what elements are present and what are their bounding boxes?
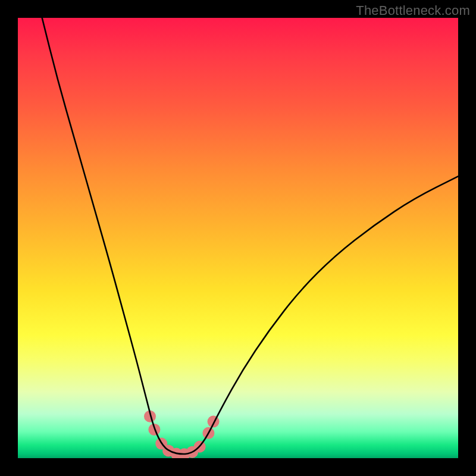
curve-marker <box>208 416 220 428</box>
watermark-label: TheBottleneck.com <box>356 3 470 18</box>
bottleneck-curve <box>42 18 458 454</box>
chart-frame: TheBottleneck.com <box>0 0 476 476</box>
chart-overlay-svg <box>18 18 458 458</box>
plot-area <box>18 18 458 458</box>
